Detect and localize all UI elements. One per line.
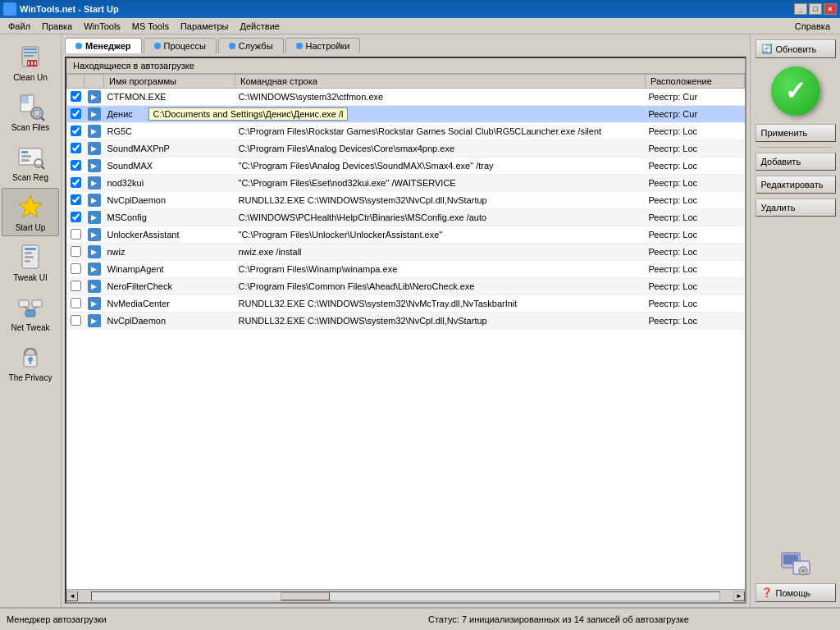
row-location: Реестр: Loc [646, 175, 745, 192]
tab-services[interactable]: Службы [218, 38, 284, 53]
row-icon-cell: ▶ [84, 140, 104, 158]
scroll-left-arrow[interactable]: ◄ [66, 591, 78, 601]
svg-rect-27 [25, 310, 35, 317]
edit-button[interactable]: Редактировать [756, 176, 836, 194]
table-row[interactable]: ▶WinampAgentC:\Program Files\Winamp\wina… [67, 261, 745, 278]
table-row[interactable]: ▶MSConfigC:\WINDOWS\PCHealth\HelpCtr\Bin… [67, 209, 745, 226]
startup-checkbox[interactable] [71, 177, 81, 188]
row-cmd: "C:\Program Files\Eset\nod32kui.exe" /WA… [235, 175, 646, 192]
delete-button[interactable]: Удалить [756, 199, 836, 217]
sidebar-item-scan-files[interactable]: Scan Files [2, 88, 59, 136]
startup-checkbox[interactable] [71, 298, 81, 308]
table-row[interactable]: ▶RG5CC:\Program Files\Rockstar Games\Roc… [67, 123, 745, 140]
close-button[interactable]: × [824, 3, 837, 15]
sidebar-item-clean-un[interactable]: Clean Un [2, 38, 59, 86]
row-app-icon: ▶ [88, 262, 101, 276]
menu-wintools[interactable]: WinTools [79, 21, 126, 32]
window-controls[interactable]: _ □ × [794, 3, 837, 15]
startup-checkbox[interactable] [71, 126, 81, 136]
startup-checkbox[interactable] [71, 246, 81, 257]
startup-checkbox[interactable] [71, 263, 81, 274]
menu-file[interactable]: Файл [3, 21, 35, 32]
menu-bar: Файл Правка WinTools MS Tools Параметры … [0, 18, 840, 34]
content-area: Менеджер Процессы Службы Настройки Наход… [62, 34, 750, 607]
the-privacy-icon [16, 342, 45, 372]
scroll-right-arrow[interactable]: ► [733, 591, 745, 601]
menu-help[interactable]: Справка [795, 21, 837, 31]
table-row[interactable]: ▶SoundMAX"C:\Program Files\Analog Device… [67, 158, 745, 175]
row-icon-cell: ▶ [84, 261, 104, 278]
scroll-thumb[interactable] [281, 592, 330, 600]
sidebar-item-start-up[interactable]: Start Up [2, 188, 59, 236]
tab-settings[interactable]: Настройки [285, 38, 361, 53]
row-location: Реестр: Loc [646, 295, 745, 313]
minimize-button[interactable]: _ [794, 3, 807, 15]
menu-items: Файл Правка WinTools MS Tools Параметры … [3, 21, 285, 32]
apply-button[interactable]: Применить [756, 124, 836, 142]
row-cmd: RUNDLL32.EXE C:\WINDOWS\system32\NvCpl.d… [235, 313, 646, 330]
table-row[interactable]: ▶NvCplDaemonRUNDLL32.EXE C:\WINDOWS\syst… [67, 192, 745, 209]
horizontal-scrollbar[interactable]: ◄ ► [66, 589, 745, 602]
startup-checkbox[interactable] [71, 281, 81, 291]
refresh-button[interactable]: 🔄 Обновить [756, 39, 836, 58]
startup-checkbox[interactable] [71, 315, 81, 326]
sidebar-item-scan-reg[interactable]: Scan Reg [2, 138, 59, 186]
table-row[interactable]: ▶ДенисC:\Documents and Settings\Денис\Де… [67, 106, 745, 123]
scan-reg-icon [16, 142, 45, 171]
svg-rect-15 [21, 155, 31, 158]
table-row[interactable]: ▶NvCplDaemonRUNDLL32.EXE C:\WINDOWS\syst… [67, 313, 745, 330]
sidebar-item-tweak-ui[interactable]: Tweak UI [2, 238, 59, 286]
menu-edit[interactable]: Правка [37, 21, 77, 32]
row-icon-cell: ▶ [84, 192, 104, 209]
table-row[interactable]: ▶NvMediaCenterRUNDLL32.EXE C:\WINDOWS\sy… [67, 295, 745, 313]
checkbox-cell [67, 278, 84, 295]
sidebar-label-start-up: Start Up [16, 223, 46, 232]
row-cmd: C:\Program Files\Common Files\Ahead\Lib\… [235, 278, 646, 295]
startup-checkbox[interactable] [71, 108, 81, 119]
tab-manager[interactable]: Менеджер [65, 38, 142, 53]
sidebar-item-net-tweak[interactable]: Net Tweak [2, 288, 59, 336]
row-location: Реестр: Loc [646, 226, 745, 244]
row-name: WinampAgent [104, 261, 235, 278]
svg-point-10 [31, 107, 43, 119]
table-row[interactable]: ▶CTFMON.EXEC:\WINDOWS\system32\ctfmon.ex… [67, 89, 745, 106]
maximize-button[interactable]: □ [809, 3, 822, 15]
menu-params[interactable]: Параметры [176, 21, 234, 32]
row-app-icon: ▶ [88, 194, 101, 207]
table-row[interactable]: ▶nwiznwiz.exe /installРеестр: Loc [67, 244, 745, 261]
table-row[interactable]: ▶NeroFilterCheckC:\Program Files\Common … [67, 278, 745, 295]
startup-checkbox[interactable] [71, 91, 81, 102]
scroll-track[interactable] [91, 591, 720, 601]
row-location: Реестр: Loc [646, 158, 745, 175]
table-row[interactable]: ▶UnlockerAssistant"C:\Program Files\Unlo… [67, 226, 745, 244]
tab-processes[interactable]: Процессы [144, 38, 217, 53]
row-icon-cell: ▶ [84, 313, 104, 330]
table-scroll[interactable]: Имя программы Командная строка Расположе… [66, 74, 745, 589]
row-app-icon: ▶ [88, 142, 101, 155]
menu-mstools[interactable]: MS Tools [127, 21, 174, 32]
sidebar-label-tweak-ui: Tweak UI [13, 273, 48, 282]
sidebar-item-the-privacy[interactable]: The Privacy [2, 338, 59, 386]
status-bar: Менеджер автозагрузки Статус: 7 инициали… [0, 607, 840, 630]
row-cmd: C:\Program Files\Analog Devices\Core\sma… [235, 140, 646, 158]
row-location: Реестр: Loc [646, 313, 745, 330]
startup-checkbox[interactable] [71, 143, 81, 153]
help-button[interactable]: ❓ Помощь [756, 583, 836, 602]
table-row[interactable]: ▶SoundMAXPnPC:\Program Files\Analog Devi… [67, 140, 745, 158]
startup-checkbox[interactable] [71, 160, 81, 171]
row-location: Реестр: Cur [646, 106, 745, 123]
row-app-icon: ▶ [88, 125, 101, 138]
apply-check-icon: ✓ [768, 63, 824, 119]
add-button[interactable]: Добавить [756, 153, 836, 171]
row-app-icon: ▶ [88, 297, 101, 310]
clean-un-icon [16, 42, 45, 71]
tab-dot-manager [75, 43, 82, 49]
startup-checkbox[interactable] [71, 212, 81, 222]
checkbox-cell [67, 140, 84, 158]
row-name: nod32kui [104, 175, 235, 192]
title-bar: WinTools.net - Start Up _ □ × [0, 0, 840, 18]
table-row[interactable]: ▶nod32kui"C:\Program Files\Eset\nod32kui… [67, 175, 745, 192]
startup-checkbox[interactable] [71, 194, 81, 205]
startup-checkbox[interactable] [71, 229, 81, 240]
menu-action[interactable]: Действие [235, 21, 285, 32]
